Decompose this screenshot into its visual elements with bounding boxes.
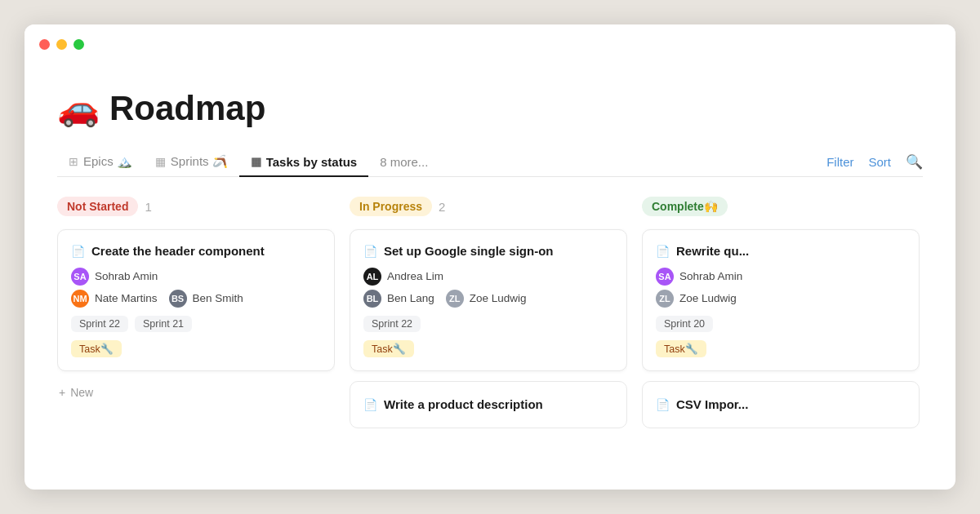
card-tags-3: Sprint 20: [656, 316, 906, 332]
person-sohrab-2: SA Sohrab Amin: [656, 268, 906, 286]
tag-sprint20[interactable]: Sprint 20: [656, 316, 713, 332]
status-badge-complete: Complete🙌: [642, 197, 728, 216]
card-csv-import[interactable]: 📄 CSV Impor...: [642, 381, 920, 428]
app-window: 🚗 Roadmap ⊞ Epics 🏔️ ▦ Sprints 🪃 ▦ Tasks…: [24, 24, 956, 490]
person-name-ben-smith: Ben Smith: [193, 292, 243, 304]
tag-sprint21[interactable]: Sprint 21: [135, 316, 192, 332]
avatar-ben-lang: BL: [363, 290, 381, 308]
column-header-not-started: Not Started 1: [57, 197, 335, 216]
new-button-not-started[interactable]: + New: [57, 381, 335, 404]
avatar-nate: NM: [71, 290, 89, 308]
card-tags-2: Sprint 22: [363, 316, 613, 332]
card-title-text-2: Set up Google single sign-on: [384, 243, 554, 259]
page-title-text: Roadmap: [109, 89, 265, 128]
tag-task-2[interactable]: Task🔧: [363, 340, 414, 357]
tab-sprints[interactable]: ▦ Sprints 🪃: [144, 148, 239, 177]
person-zoe-2: ZL Zoe Ludwig: [656, 290, 906, 308]
column-in-progress: In Progress 2 📄 Set up Google single sig…: [350, 197, 627, 490]
card-people-3: SA Sohrab Amin ZL Zoe Ludwig: [656, 268, 906, 308]
avatar-ben-smith: BS: [169, 290, 187, 308]
column-complete: Complete🙌 📄 Rewrite qu... SA Sohrab Amin…: [642, 197, 920, 490]
tag-sprint22-2[interactable]: Sprint 22: [363, 316, 421, 332]
tag-task-3[interactable]: Task🔧: [656, 340, 706, 357]
person-ben-lang: BL Ben Lang: [363, 290, 434, 308]
card-title-text: Create the header component: [91, 243, 265, 259]
card-product-description[interactable]: 📄 Write a product description: [350, 381, 627, 428]
card-type-tags: Task🔧: [71, 340, 321, 357]
board: Not Started 1 📄 Create the header compon…: [57, 197, 923, 490]
card-doc-icon-2: 📄: [363, 244, 377, 259]
maximize-button[interactable]: [74, 39, 84, 50]
card-google-sso[interactable]: 📄 Set up Google single sign-on AL Andrea…: [350, 229, 627, 371]
card-people: SA Sohrab Amin NM Nate Martins BS Ben Sm…: [71, 268, 321, 308]
tabs-row: ⊞ Epics 🏔️ ▦ Sprints 🪃 ▦ Tasks by status…: [57, 148, 923, 177]
tab-more[interactable]: 8 more...: [368, 148, 439, 175]
card-type-tags-3: Task🔧: [656, 340, 906, 357]
person-name-ben-lang: Ben Lang: [387, 292, 434, 304]
person-name-nate: Nate Martins: [95, 292, 158, 304]
avatar-sohrab: SA: [71, 268, 89, 286]
card-doc-icon-4: 📄: [656, 244, 670, 259]
card-title-text-4: Rewrite qu...: [676, 243, 749, 259]
person-name-sohrab: Sohrab Amin: [95, 270, 158, 282]
person-name-sohrab-2: Sohrab Amin: [679, 270, 742, 282]
tab-epics[interactable]: ⊞ Epics 🏔️: [57, 148, 144, 177]
person-andrea: AL Andrea Lim: [363, 268, 613, 286]
status-badge-in-progress: In Progress: [350, 197, 432, 216]
card-title-rewrite: 📄 Rewrite qu...: [656, 243, 906, 259]
avatar-zoe: ZL: [446, 290, 464, 308]
person-zoe: ZL Zoe Ludwig: [446, 290, 527, 308]
sprints-icon: ▦: [155, 155, 166, 168]
card-title-text-5: CSV Impor...: [676, 397, 748, 411]
new-label: New: [70, 386, 93, 399]
tag-sprint22[interactable]: Sprint 22: [71, 316, 128, 332]
card-tags: Sprint 22 Sprint 21: [71, 316, 321, 332]
tab-tasks-by-status[interactable]: ▦ Tasks by status: [239, 148, 368, 177]
tasks-icon: ▦: [251, 155, 261, 168]
close-button[interactable]: [39, 39, 50, 50]
person-sohrab: SA Sohrab Amin: [71, 268, 321, 286]
card-doc-icon-3: 📄: [363, 398, 377, 411]
status-badge-not-started: Not Started: [57, 197, 138, 216]
avatar-zoe-2: ZL: [656, 290, 674, 308]
tab-epics-label: Epics 🏔️: [83, 154, 132, 169]
card-doc-icon-5: 📄: [656, 398, 670, 411]
column-header-in-progress: In Progress 2: [350, 197, 627, 216]
two-people-row-2: BL Ben Lang ZL Zoe Ludwig: [363, 290, 613, 308]
main-content: 🚗 Roadmap ⊞ Epics 🏔️ ▦ Sprints 🪃 ▦ Tasks…: [24, 64, 956, 490]
card-people-2: AL Andrea Lim BL Ben Lang ZL Zoe Ludwig: [363, 268, 613, 308]
card-create-header[interactable]: 📄 Create the header component SA Sohrab …: [57, 229, 335, 371]
page-title: 🚗 Roadmap: [57, 88, 923, 128]
card-title-google-sso: 📄 Set up Google single sign-on: [363, 243, 613, 259]
minimize-button[interactable]: [56, 39, 67, 50]
person-ben-smith: BS Ben Smith: [169, 290, 243, 308]
card-title-text-3: Write a product description: [384, 397, 543, 411]
filter-button[interactable]: Filter: [826, 155, 853, 169]
tabs-right: Filter Sort 🔍: [826, 153, 923, 171]
tab-tasks-label: Tasks by status: [266, 155, 357, 169]
page-emoji: 🚗: [57, 88, 100, 128]
card-rewrite[interactable]: 📄 Rewrite qu... SA Sohrab Amin ZL Zoe Lu…: [642, 229, 920, 371]
avatar-sohrab-2: SA: [656, 268, 674, 286]
card-title-create-header: 📄 Create the header component: [71, 243, 321, 259]
avatar-andrea: AL: [363, 268, 381, 286]
card-doc-icon: 📄: [71, 244, 85, 259]
person-name-zoe: Zoe Ludwig: [470, 292, 527, 304]
tabs-left: ⊞ Epics 🏔️ ▦ Sprints 🪃 ▦ Tasks by status…: [57, 148, 826, 176]
sort-button[interactable]: Sort: [868, 155, 891, 169]
column-not-started: Not Started 1 📄 Create the header compon…: [57, 197, 335, 490]
person-name-zoe-2: Zoe Ludwig: [679, 292, 737, 304]
column-count-in-progress: 2: [439, 200, 445, 214]
tab-sprints-label: Sprints 🪃: [171, 154, 228, 169]
search-icon[interactable]: 🔍: [906, 153, 923, 171]
person-name-andrea: Andrea Lim: [387, 270, 443, 282]
column-header-complete: Complete🙌: [642, 197, 920, 216]
card-type-tags-2: Task🔧: [363, 340, 613, 357]
two-people-row: NM Nate Martins BS Ben Smith: [71, 290, 321, 308]
person-nate: NM Nate Martins: [71, 290, 158, 308]
epics-icon: ⊞: [69, 155, 78, 168]
tag-task[interactable]: Task🔧: [71, 340, 122, 357]
titlebar: [24, 24, 956, 64]
column-count-not-started: 1: [145, 200, 151, 214]
plus-icon: +: [59, 386, 65, 399]
